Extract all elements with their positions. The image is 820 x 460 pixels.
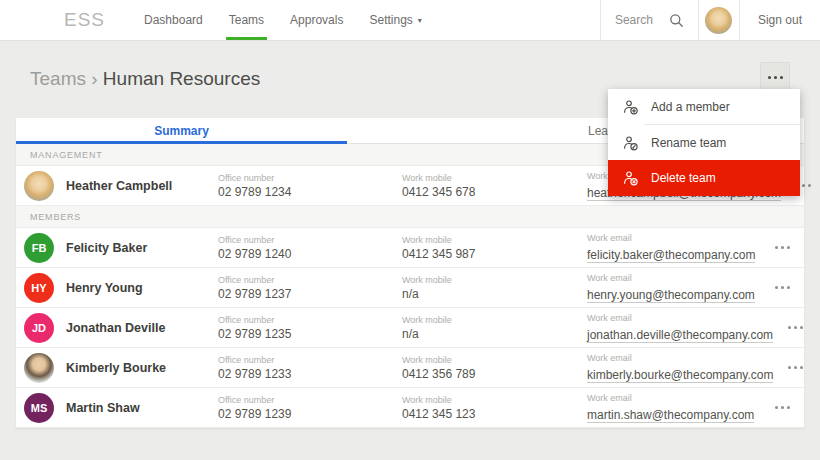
breadcrumb-parent[interactable]: Teams <box>30 68 86 89</box>
work-email-link[interactable]: felicity.baker@thecompany.com <box>587 248 755 263</box>
work-mobile-label: Work mobile <box>402 235 587 245</box>
office-number-label: Office number <box>218 235 402 245</box>
office-number-cell: Office number 02 9789 1234 <box>218 173 402 199</box>
table-row: Kimberly Bourke Office number 02 9789 12… <box>16 348 804 388</box>
ellipsis-icon <box>768 76 783 79</box>
office-number-label: Office number <box>218 275 402 285</box>
user-avatar <box>705 7 732 34</box>
avatar: HY <box>24 273 54 303</box>
work-mobile-cell: Work mobile 0412 345 987 <box>402 235 587 261</box>
work-mobile-value: 0412 345 123 <box>402 407 587 421</box>
nav-item-dashboard[interactable]: Dashboard <box>131 0 216 40</box>
office-number-label: Office number <box>218 395 402 405</box>
search-label: Search <box>615 13 653 27</box>
row-actions-button[interactable] <box>760 286 804 289</box>
work-mobile-label: Work mobile <box>402 355 587 365</box>
work-mobile-cell: Work mobile 0412 356 789 <box>402 355 587 381</box>
section-label: MEMBERS <box>30 212 81 222</box>
menu-item-rename-team[interactable]: Rename team <box>608 125 800 160</box>
menu-item-delete-team[interactable]: Delete team <box>608 160 800 196</box>
breadcrumb-separator: › <box>91 68 97 89</box>
office-number-cell: Office number 02 9789 1233 <box>218 355 402 381</box>
office-number-cell: Office number 02 9789 1240 <box>218 235 402 261</box>
office-number-value: 02 9789 1240 <box>218 247 402 261</box>
member-name: Henry Young <box>66 281 143 295</box>
work-mobile-label: Work mobile <box>402 395 587 405</box>
nav-item-settings[interactable]: Settings▾ <box>356 0 434 40</box>
office-number-value: 02 9789 1237 <box>218 287 402 301</box>
work-mobile-cell: Work mobile n/a <box>402 315 587 341</box>
office-number-value: 02 9789 1234 <box>218 185 402 199</box>
office-number-cell: Office number 02 9789 1235 <box>218 315 402 341</box>
person-add-icon <box>622 99 638 115</box>
team-actions-menu: Add a member Rename team Delete team <box>608 89 800 196</box>
avatar <box>24 353 54 383</box>
office-number-value: 02 9789 1239 <box>218 407 402 421</box>
row-actions-button[interactable] <box>773 326 817 329</box>
work-email-label: Work email <box>587 273 760 283</box>
work-mobile-label: Work mobile <box>402 173 587 183</box>
ellipsis-icon <box>775 246 790 249</box>
ellipsis-icon <box>775 286 790 289</box>
office-number-cell: Office number 02 9789 1237 <box>218 275 402 301</box>
work-email-link[interactable]: martin.shaw@thecompany.com <box>587 408 754 423</box>
office-number-value: 02 9789 1235 <box>218 327 402 341</box>
work-email-label: Work email <box>587 393 760 403</box>
user-avatar-button[interactable] <box>699 0 740 40</box>
work-email-cell: Work email felicity.baker@thecompany.com <box>587 233 760 263</box>
section-header: MEMBERS <box>16 206 804 228</box>
work-email-label: Work email <box>587 353 773 363</box>
tab-summary[interactable]: Summary <box>16 118 347 143</box>
breadcrumb: Teams › Human Resources <box>0 41 820 90</box>
work-mobile-value: 0412 345 987 <box>402 247 587 261</box>
search-button[interactable]: Search <box>600 0 699 40</box>
avatar: JD <box>24 313 54 343</box>
top-bar: ESS Dashboard Teams Approvals Settings▾ … <box>0 0 820 41</box>
row-actions-button[interactable] <box>760 406 804 409</box>
table-row: FB Felicity Baker Office number 02 9789 … <box>16 228 804 268</box>
menu-item-add-member[interactable]: Add a member <box>608 89 800 124</box>
avatar: MS <box>24 393 54 423</box>
work-email-link[interactable]: kimberly.bourke@thecompany.com <box>587 368 773 383</box>
office-number-label: Office number <box>218 173 402 183</box>
member-name: Kimberly Bourke <box>66 361 166 375</box>
member-cell: JD Jonathan Deville <box>16 313 218 343</box>
member-cell: MS Martin Shaw <box>16 393 218 423</box>
ellipsis-icon <box>788 326 803 329</box>
member-cell: HY Henry Young <box>16 273 218 303</box>
work-mobile-label: Work mobile <box>402 315 587 325</box>
app-screen: ESS Dashboard Teams Approvals Settings▾ … <box>0 0 820 460</box>
app-logo[interactable]: ESS <box>64 0 105 40</box>
table-row: JD Jonathan Deville Office number 02 978… <box>16 308 804 348</box>
row-actions-button[interactable] <box>760 246 804 249</box>
office-number-value: 02 9789 1233 <box>218 367 402 381</box>
table-row: MS Martin Shaw Office number 02 9789 123… <box>16 388 804 428</box>
member-name: Martin Shaw <box>66 401 140 415</box>
nav-item-approvals[interactable]: Approvals <box>277 0 356 40</box>
member-cell: Heather Campbell <box>16 171 218 201</box>
office-number-cell: Office number 02 9789 1239 <box>218 395 402 421</box>
row-actions-button[interactable] <box>773 366 817 369</box>
team-actions-menu-button[interactable] <box>760 62 790 92</box>
member-name: Felicity Baker <box>66 241 147 255</box>
main-nav: Dashboard Teams Approvals Settings▾ <box>131 0 435 40</box>
avatar: FB <box>24 233 54 263</box>
member-cell: FB Felicity Baker <box>16 233 218 263</box>
work-email-label: Work email <box>587 233 760 243</box>
work-email-cell: Work email henry.young@thecompany.com <box>587 273 760 303</box>
work-mobile-label: Work mobile <box>402 275 587 285</box>
chevron-down-icon: ▾ <box>418 16 422 25</box>
person-rename-icon <box>622 135 638 151</box>
work-email-link[interactable]: jonathan.deville@thecompany.com <box>587 328 773 343</box>
section-label: MANAGEMENT <box>30 150 103 160</box>
sign-out-button[interactable]: Sign out <box>740 0 820 40</box>
work-mobile-cell: Work mobile 0412 345 123 <box>402 395 587 421</box>
work-mobile-value: 0412 345 678 <box>402 185 587 199</box>
person-delete-icon <box>622 170 638 186</box>
work-mobile-value: n/a <box>402 327 587 341</box>
work-email-link[interactable]: henry.young@thecompany.com <box>587 288 755 303</box>
table-row: HY Henry Young Office number 02 9789 123… <box>16 268 804 308</box>
nav-item-teams[interactable]: Teams <box>216 0 277 40</box>
work-email-cell: Work email kimberly.bourke@thecompany.co… <box>587 353 773 383</box>
avatar <box>24 171 54 201</box>
